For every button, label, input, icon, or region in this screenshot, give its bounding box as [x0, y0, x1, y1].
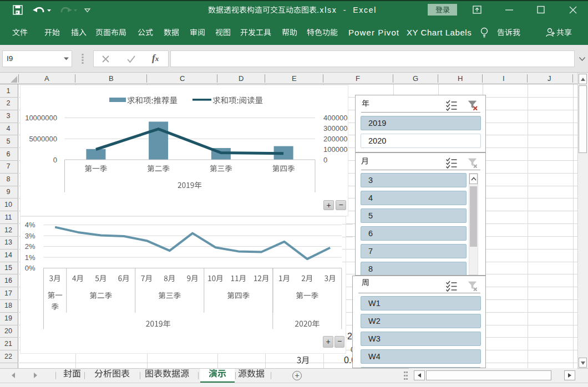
svg-text:0%: 0% — [25, 264, 36, 272]
svg-text:2%: 2% — [25, 242, 36, 251]
svg-text:4%: 4% — [25, 221, 36, 229]
svg-text:400000: 400000 — [323, 114, 347, 122]
svg-text:200000: 200000 — [323, 135, 347, 143]
svg-text:0: 0 — [53, 156, 57, 164]
svg-text:0: 0 — [323, 156, 327, 164]
svg-text:10000000: 10000000 — [25, 114, 57, 122]
svg-text:5000000: 5000000 — [29, 135, 57, 143]
svg-text:100000: 100000 — [323, 145, 347, 154]
svg-text:300000: 300000 — [323, 124, 347, 133]
svg-text:1%: 1% — [25, 253, 36, 262]
svg-text:3%: 3% — [25, 232, 36, 240]
